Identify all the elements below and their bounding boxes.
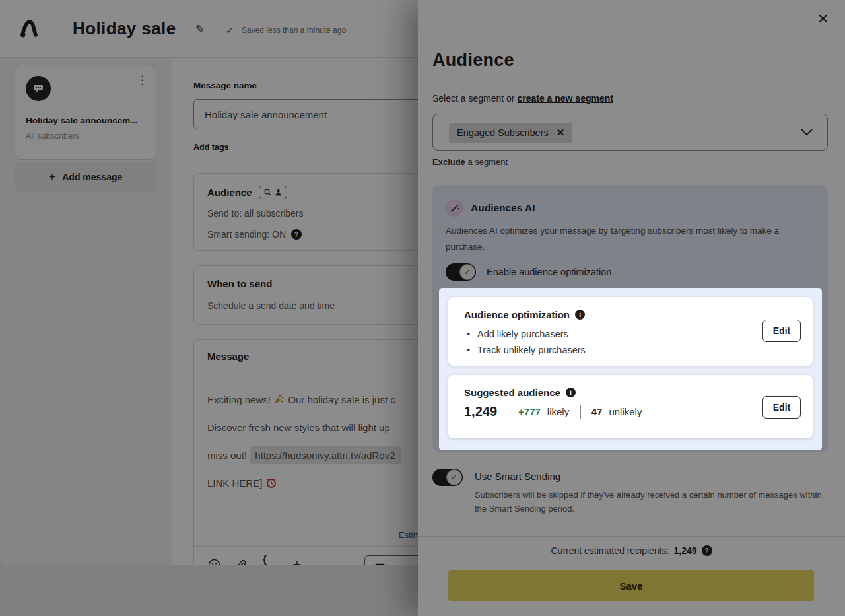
drawer-title: Audience: [432, 50, 514, 71]
message-link-token[interactable]: https://hudsonivy.attn.tv/adRov2: [250, 446, 400, 464]
party-popper-emoji: [273, 394, 285, 405]
info-icon[interactable]: i: [575, 310, 585, 320]
saved-check-icon: ✓: [226, 24, 234, 36]
select-segment-text: Select a segment or: [432, 93, 517, 104]
compose-toolbar: { } +: [207, 558, 304, 565]
segment-chip[interactable]: Engaged Subscribers ✕: [449, 123, 572, 143]
audiences-ai-description: Audiences AI optimizes your message by t…: [446, 223, 815, 255]
close-icon[interactable]: ✕: [817, 12, 829, 26]
message-name-label: Message name: [193, 81, 257, 90]
message-card[interactable]: ⋮ Holiday sale announcem... All subscrib…: [15, 65, 156, 160]
edit-suggested-button[interactable]: Edit: [762, 396, 801, 419]
unlikely-label: unlikely: [609, 406, 642, 417]
likely-delta: +777: [518, 406, 541, 417]
recipients-value: 1,249: [673, 545, 696, 556]
sidebar: ⋮ Holiday sale announcem... All subscrib…: [0, 58, 172, 565]
plus-icon: +: [49, 170, 56, 184]
question-icon[interactable]: ?: [702, 545, 712, 556]
audience-drawer: ✕ Audience Select a segment or create a …: [418, 0, 845, 616]
toggle-check-icon: ✓: [459, 264, 475, 280]
link-icon[interactable]: [235, 558, 248, 565]
exclude-segment-link[interactable]: Exclude: [432, 157, 465, 167]
audience-search-badge: [259, 186, 287, 199]
question-icon[interactable]: ?: [291, 229, 302, 240]
edit-title-icon[interactable]: ✎: [195, 22, 205, 36]
enable-optimization-toggle[interactable]: ✓: [446, 263, 476, 281]
attentive-logo-icon[interactable]: [17, 17, 41, 41]
enable-optimization-label: Enable audience optimization: [487, 267, 611, 277]
edit-optimization-button[interactable]: Edit: [762, 320, 801, 342]
add-tags-link[interactable]: Add tags: [193, 143, 228, 152]
topbar-divider: [50, 0, 50, 58]
message-card-title: Holiday sale announcem...: [26, 116, 138, 125]
audience-card-title: Audience: [207, 187, 252, 198]
message-line1-post: Our holiday sale is just c: [285, 394, 395, 405]
audience-send-to: Send to: all subscribers: [207, 208, 304, 219]
likely-label: likely: [547, 406, 569, 417]
info-icon[interactable]: i: [566, 388, 576, 397]
image-icon: [374, 563, 386, 565]
divider: [418, 536, 845, 537]
app-root: Holiday sale ✎ ✓ Saved less than a minut…: [0, 0, 845, 616]
message-line2: Discover fresh new styles that will ligh…: [207, 422, 390, 433]
emoji-picker-icon[interactable]: [207, 558, 220, 565]
person-icon: [275, 189, 282, 196]
bullet-track-unlikely: •Track unlikely purchasers: [467, 342, 586, 358]
suggested-total: 1,249: [464, 404, 497, 419]
alarm-clock-emoji: [265, 477, 277, 489]
message-line4: LINK HERE]: [207, 477, 265, 489]
smart-sending-section: ✓ Use Smart Sending Subscribers will be …: [432, 469, 815, 516]
exclude-segment-rest: a segment: [465, 157, 508, 167]
add-content-icon[interactable]: +: [290, 558, 304, 565]
suggested-audience-card: Suggested audience i 1,249 +777 likely 4…: [448, 375, 813, 438]
chat-bubble-icon: [26, 76, 51, 101]
audience-optimization-title: Audience optimization: [464, 309, 570, 320]
message-card-subtitle: All subscribers: [26, 131, 79, 141]
audiences-ai-title: Audiences AI: [471, 202, 535, 214]
smart-sending-toggle[interactable]: ✓: [432, 469, 463, 486]
saved-status: Saved less than a minute ago: [242, 26, 346, 35]
remove-segment-icon[interactable]: ✕: [557, 127, 565, 139]
chevron-down-icon[interactable]: [801, 129, 813, 136]
save-button[interactable]: Save: [448, 570, 814, 601]
recipients-label: Current estimated recipients:: [551, 545, 669, 556]
search-icon: [264, 189, 271, 196]
segment-select[interactable]: Engaged Subscribers ✕: [432, 114, 828, 151]
add-message-label: Add message: [62, 172, 122, 182]
audience-optimization-card: Audience optimization i •Add likely purc…: [448, 297, 813, 366]
message-line1-pre: Exciting news!: [207, 394, 273, 405]
when-card-body: Schedule a send date and time: [207, 300, 335, 311]
create-label: Create: [391, 564, 421, 565]
message-line3-pre: miss out!: [207, 450, 250, 461]
message-card-heading: Message: [207, 351, 249, 362]
add-message-button[interactable]: + Add message: [15, 162, 156, 191]
message-card-menu-icon[interactable]: ⋮: [137, 75, 148, 86]
divider: [580, 405, 581, 419]
bullet-add-likely: •Add likely purchasers: [467, 326, 586, 342]
smart-sending-title: Use Smart Sending: [475, 471, 828, 482]
audiences-ai-wand-icon: [446, 199, 463, 217]
unlikely-count: 47: [592, 406, 603, 417]
merge-tag-icon[interactable]: { }: [263, 558, 276, 565]
toggle-check-icon: ✓: [446, 469, 462, 485]
create-segment-link[interactable]: create a new segment: [517, 93, 613, 104]
smart-sending-description: Subscribers will be skipped if they've a…: [475, 488, 828, 516]
segment-chip-label: Engaged Subscribers: [457, 127, 549, 138]
audience-smart-sending: Smart sending: ON: [207, 229, 286, 240]
campaign-title: Holiday sale: [73, 18, 176, 39]
suggested-audience-title: Suggested audience: [464, 387, 560, 398]
